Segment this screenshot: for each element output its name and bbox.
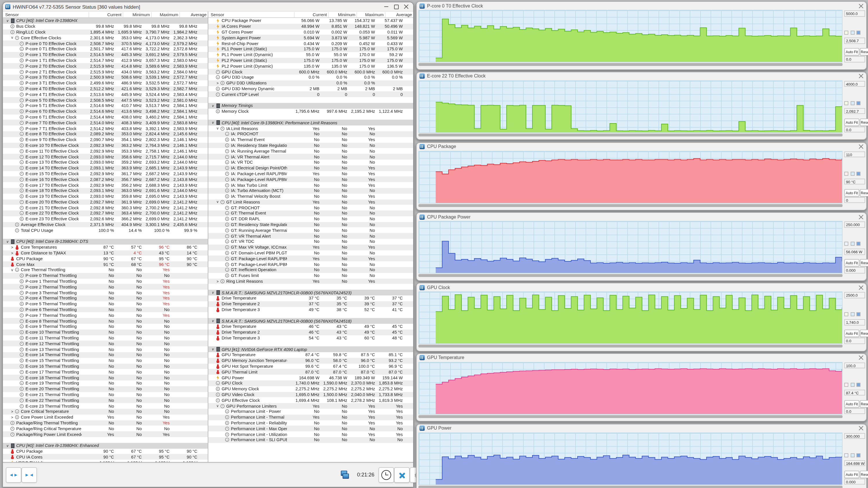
sensor-row[interactable]: P-core 5 T0 Effective Clock2,508.5 MHz44… <box>3 97 208 103</box>
graph-plot[interactable] <box>418 80 842 133</box>
maximize-button[interactable] <box>391 3 401 10</box>
sensor-row[interactable]: Performance Limit - SLI GPUBoost SyncNoN… <box>208 437 413 443</box>
sensor-row[interactable]: Package/Ring Thermal ThrottlingNoNoYes <box>3 420 208 426</box>
sensor-row[interactable]: IA: Residency State RegulationNoNoNo <box>208 142 413 148</box>
sensor-row[interactable]: Ring/LLC Clock1,895.4 MHz1,695.9 MHz3,79… <box>3 29 208 35</box>
sensor-row[interactable]: P-core 2 T1 Effective Clock2,515.9 MHz43… <box>3 69 208 74</box>
collapse-columns-button[interactable]: ►◄ <box>22 467 37 483</box>
sensor-group-header[interactable]: vMemory Timings <box>208 103 413 109</box>
sensor-row[interactable]: IA: Package-Level RAPL/PBM PL1YesNoYes <box>208 171 413 176</box>
graph-close-icon[interactable] <box>858 3 863 8</box>
sensor-row[interactable]: P-core 0 T1 Effective Clock2,501.7 MHz41… <box>3 46 208 52</box>
sensor-group-header[interactable]: vCPU [#0]: Intel Core i9-13980HX <box>3 18 208 24</box>
sensor-row[interactable]: P-core 3 Thermal ThrottlingNoNoYes <box>3 290 208 296</box>
sensor-row[interactable]: GT: VR TDCNoNoNo <box>208 239 413 245</box>
sensor-row[interactable]: CPU IA Cores90 °C67 °C95 °C90 °C <box>3 454 208 460</box>
graph-close-icon[interactable] <box>858 74 863 79</box>
scale-min-field[interactable]: 0 <box>844 197 865 203</box>
sensor-row[interactable]: P-core 7 Thermal ThrottlingNoNoYes <box>3 313 208 318</box>
scale-max-field[interactable]: 4000.0 <box>844 81 865 87</box>
sensor-row[interactable]: E-core 21 Thermal ThrottlingNoNoNo <box>3 392 208 397</box>
sensor-row[interactable]: GPU Thermal Limit87.0 °C87.0 °C87.0 °C87… <box>208 369 413 375</box>
sensor-row[interactable]: GPU Effective Clock1,699.4 MHz108.1 MHz2… <box>208 397 413 403</box>
graph-titlebar[interactable]: GPU Power <box>416 424 866 432</box>
sensor-row[interactable]: Current cTDP Level0000 <box>208 92 413 97</box>
sensor-row[interactable]: IA Cores Power48.994 W8.851 W148.821 W50… <box>208 24 413 30</box>
sensor-row[interactable]: P-core 5 T1 Effective Clock2,514.6 MHz41… <box>3 103 208 109</box>
graph-titlebar[interactable]: GPU Clock <box>416 283 866 291</box>
graph-plot[interactable] <box>418 151 842 203</box>
graph-close-icon[interactable] <box>858 355 863 360</box>
sensor-row[interactable]: IA: Thermal EventNoNoYes <box>208 137 413 142</box>
sensor-row[interactable]: E-core 18 Thermal ThrottlingNoNoNo <box>3 375 208 381</box>
sensor-row[interactable]: P-core 1 T0 Effective Clock2,514.5 MHz44… <box>3 52 208 58</box>
graph-hscrollbar[interactable] <box>418 134 842 136</box>
sensor-row[interactable]: Performance Limit - PowerNoNoYesYes <box>208 409 413 415</box>
sensor-row[interactable]: P-core 1 Thermal ThrottlingNoNoYes <box>3 279 208 284</box>
sensor-row[interactable]: >Core Temperatures87 °C57 °C96 °C86 °C <box>3 245 208 250</box>
sensor-row[interactable]: P-core 0 T0 Effective Clock2,508.7 MHz37… <box>3 40 208 46</box>
sensor-row[interactable]: GT Cores Power0.010 W0.002 W0.053 W0.011… <box>208 29 413 35</box>
sensor-row[interactable]: P-core 5 Thermal ThrottlingNoNoYes <box>3 301 208 307</box>
series-pale-swatch[interactable] <box>844 383 848 387</box>
sensor-row[interactable]: Drive Temperature46 °C43 °C49 °C45 °C <box>208 324 413 330</box>
background-color-swatch[interactable] <box>850 312 855 316</box>
sensor-group-header[interactable]: vCPU [#0]: Intel Core i9-13980HX: Enhanc… <box>3 443 208 449</box>
logging-start-button[interactable] <box>378 467 394 483</box>
sensor-row[interactable]: P-core 4 T1 Effective Clock2,513.6 MHz44… <box>3 92 208 97</box>
sensor-row[interactable]: >GPU D3D Utilizations0.0 %0.0 % <box>208 80 413 86</box>
auto-fit-button[interactable]: Auto Fit <box>844 400 859 408</box>
sensor-row[interactable]: E-core 12 T0 Effective Clock2,093.0 MHz3… <box>3 154 208 160</box>
graph-close-icon[interactable] <box>858 426 863 431</box>
sensor-row[interactable]: Drive Temperature 349 °C38 °C52 °C41 °C <box>208 307 413 313</box>
auto-fit-button[interactable]: Auto Fit <box>844 470 859 478</box>
graph-titlebar[interactable]: E-core 22 T0 Effective Clock <box>416 72 866 80</box>
sensor-group-header[interactable]: vCPU [#0]: Intel Core i9-13980HX: Perfor… <box>208 120 413 126</box>
auto-fit-button[interactable]: Auto Fit <box>844 119 859 126</box>
sensor-row[interactable]: E-core 10 T0 Effective Clock2,092.3 MHz3… <box>3 142 208 148</box>
graph-hscrollbar[interactable] <box>418 485 842 488</box>
expand-columns-button[interactable]: ◄► <box>6 467 22 483</box>
sensor-row[interactable]: GPU Clock1,740.0 MHz1,590.0 MHz2,370.0 M… <box>208 381 413 386</box>
sensor-row[interactable]: GT: Fuses limitNoNoNo <box>208 273 413 279</box>
sensor-row[interactable]: vGT Limit ReasonsYesNoYes <box>208 199 413 205</box>
sensor-row[interactable]: CPU Package90 °C67 °C95 °C90 °C <box>3 448 208 454</box>
background-color-swatch[interactable] <box>850 101 855 105</box>
sensor-row[interactable]: Rest-of-Chip Power0.434 W0.209 W0.452 W0… <box>208 40 413 46</box>
sensor-group-header[interactable]: vS.M.A.R.T.: SAMSUNG MZVL21T0HCLR-00B00 … <box>208 290 413 296</box>
sensor-row[interactable]: E-core 15 Thermal ThrottlingNoNoNo <box>3 358 208 364</box>
sensor-row[interactable]: Memory Clock1,795.6 MHz997.6 MHz2,195.2 … <box>208 109 413 115</box>
sensor-row[interactable]: GT: Max VR Voltage, ICCmax, PL4YesNoYes <box>208 245 413 250</box>
window-titlebar[interactable]: HWiNFO64 v7.72-5355 Sensor Status [360 v… <box>3 2 413 11</box>
graph-titlebar[interactable]: GPU Temperature <box>416 354 866 362</box>
sensor-row[interactable]: >Core Power Limit ExceededYesNoYes <box>3 415 208 420</box>
graph-plot[interactable] <box>418 10 842 62</box>
series-pale-swatch[interactable] <box>844 242 848 246</box>
accent-color-swatch[interactable] <box>857 101 861 105</box>
sensor-row[interactable]: CPU Package90 °C67 °C95 °C90 °C <box>3 256 208 262</box>
sensor-row[interactable]: GPU Memory Junction Temperature96.0 °C58… <box>208 358 413 364</box>
sensor-row[interactable]: E-core 19 Thermal ThrottlingNoNoNo <box>3 381 208 386</box>
sensor-row[interactable]: Performance Limit - Max Operating Voltag… <box>208 426 413 432</box>
background-color-swatch[interactable] <box>850 242 855 246</box>
reset-button[interactable]: Reset <box>860 189 868 196</box>
sensor-row[interactable]: Total CPU Usage100.0 %14.4 %100.0 %99.9 … <box>3 228 208 233</box>
sensor-row[interactable]: vGPU Performance LimitersYesNoYesYes <box>208 403 413 409</box>
sensor-row[interactable]: E-core 12 Thermal ThrottlingNoNoNo <box>3 341 208 347</box>
series-pale-swatch[interactable] <box>844 453 848 457</box>
sensor-row[interactable]: GPU Clock600.0 MHz600.0 MHz600.0 MHz600.… <box>208 69 413 74</box>
graph-plot[interactable] <box>418 362 842 415</box>
sensor-row[interactable]: E-core 22 Thermal ThrottlingNoNoNo <box>3 397 208 403</box>
sensor-row[interactable]: GPU Power164.698 W46.738 W189.349 W159.1… <box>208 375 413 381</box>
reset-button[interactable]: Reset <box>860 48 868 56</box>
graph-close-icon[interactable] <box>858 215 863 220</box>
sensor-row[interactable]: E-core 14 T0 Effective Clock2,093.1 MHz3… <box>3 165 208 171</box>
graph-hscrollbar[interactable] <box>418 204 842 207</box>
scale-min-field[interactable]: 0.0 <box>844 408 865 414</box>
sensor-row[interactable]: E-core 16 Thermal ThrottlingNoNoNo <box>3 363 208 369</box>
sensor-row[interactable]: Performance Limit - Reliability VoltageN… <box>208 420 413 426</box>
sensor-row[interactable]: PL1 Power Limit (Static)175.0 W175.0 W17… <box>208 46 413 52</box>
sensor-row[interactable]: GPU Video Clock1,695.0 MHz1,500.0 MHz2,0… <box>208 392 413 397</box>
sensor-row[interactable]: Drive Temperature37 °C35 °C39 °C37 °C <box>208 295 413 301</box>
sensor-row[interactable]: E-core 8 Thermal ThrottlingNoNoNo <box>3 318 208 324</box>
